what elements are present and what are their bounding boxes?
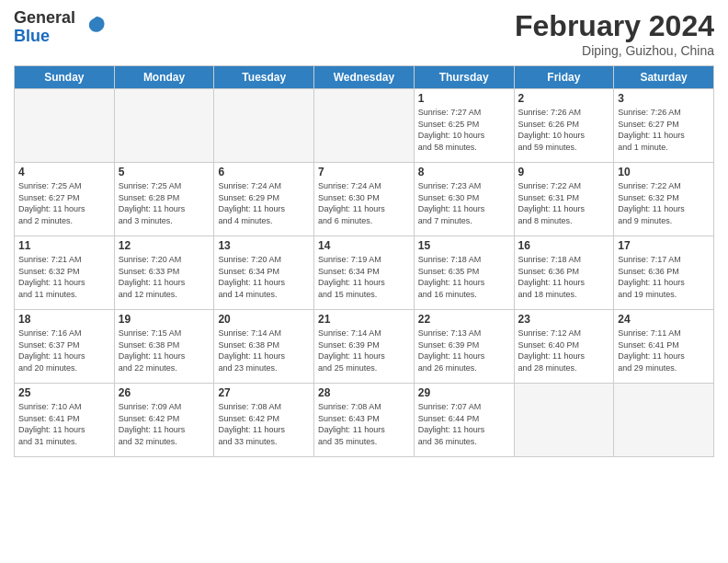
calendar-cell: 28Sunrise: 7:08 AM Sunset: 6:43 PM Dayli… [314, 384, 415, 457]
day-info: Sunrise: 7:14 AM Sunset: 6:38 PM Dayligh… [218, 327, 310, 373]
day-info: Sunrise: 7:10 AM Sunset: 6:41 PM Dayligh… [18, 401, 110, 447]
page: General Blue February 2024 Diping, Guizh… [0, 0, 728, 563]
day-info: Sunrise: 7:15 AM Sunset: 6:38 PM Dayligh… [119, 327, 210, 373]
logo-bird-icon [78, 13, 108, 42]
calendar-cell [214, 89, 314, 163]
calendar-cell: 22Sunrise: 7:13 AM Sunset: 6:39 PM Dayli… [414, 310, 514, 384]
calendar-cell: 25Sunrise: 7:10 AM Sunset: 6:41 PM Dayli… [15, 384, 115, 457]
day-number: 27 [218, 386, 310, 399]
day-number: 6 [218, 166, 310, 178]
col-tuesday: Tuesday [214, 66, 314, 89]
day-number: 24 [618, 313, 710, 326]
calendar-cell [114, 89, 214, 163]
day-info: Sunrise: 7:07 AM Sunset: 6:44 PM Dayligh… [418, 401, 510, 447]
calendar-week-3: 11Sunrise: 7:21 AM Sunset: 6:32 PM Dayli… [15, 236, 714, 310]
day-number: 11 [18, 239, 110, 252]
logo-general: General [14, 8, 75, 27]
day-number: 7 [318, 166, 410, 178]
logo: General Blue [14, 9, 108, 46]
calendar-header-row: Sunday Monday Tuesday Wednesday Thursday… [15, 66, 714, 89]
calendar-week-1: 1Sunrise: 7:27 AM Sunset: 6:25 PM Daylig… [15, 89, 714, 163]
calendar-cell: 4Sunrise: 7:25 AM Sunset: 6:27 PM Daylig… [15, 163, 115, 236]
day-info: Sunrise: 7:09 AM Sunset: 6:42 PM Dayligh… [119, 401, 210, 447]
day-info: Sunrise: 7:26 AM Sunset: 6:27 PM Dayligh… [618, 107, 710, 153]
col-thursday: Thursday [414, 66, 514, 89]
col-monday: Monday [114, 66, 214, 89]
day-info: Sunrise: 7:13 AM Sunset: 6:39 PM Dayligh… [418, 327, 510, 373]
logo-blue: Blue [14, 27, 50, 45]
day-number: 29 [418, 386, 510, 399]
calendar-cell: 29Sunrise: 7:07 AM Sunset: 6:44 PM Dayli… [414, 384, 514, 457]
calendar-cell: 19Sunrise: 7:15 AM Sunset: 6:38 PM Dayli… [114, 310, 214, 384]
calendar-cell: 13Sunrise: 7:20 AM Sunset: 6:34 PM Dayli… [214, 236, 314, 310]
day-number: 8 [418, 166, 510, 178]
day-number: 28 [318, 386, 410, 399]
day-number: 23 [518, 313, 610, 326]
day-info: Sunrise: 7:26 AM Sunset: 6:26 PM Dayligh… [518, 107, 610, 153]
day-info: Sunrise: 7:25 AM Sunset: 6:28 PM Dayligh… [119, 180, 210, 226]
day-info: Sunrise: 7:27 AM Sunset: 6:25 PM Dayligh… [418, 107, 510, 153]
day-number: 19 [119, 313, 210, 326]
calendar-cell [514, 384, 614, 457]
calendar-cell: 10Sunrise: 7:22 AM Sunset: 6:32 PM Dayli… [614, 163, 714, 236]
day-info: Sunrise: 7:17 AM Sunset: 6:36 PM Dayligh… [618, 254, 710, 300]
day-info: Sunrise: 7:24 AM Sunset: 6:29 PM Dayligh… [218, 180, 310, 226]
col-saturday: Saturday [614, 66, 714, 89]
day-number: 17 [618, 239, 710, 252]
day-number: 1 [418, 92, 510, 105]
calendar-week-2: 4Sunrise: 7:25 AM Sunset: 6:27 PM Daylig… [15, 163, 714, 236]
day-number: 3 [618, 92, 710, 105]
day-number: 5 [119, 166, 210, 178]
calendar: Sunday Monday Tuesday Wednesday Thursday… [14, 65, 714, 457]
calendar-cell: 18Sunrise: 7:16 AM Sunset: 6:37 PM Dayli… [15, 310, 115, 384]
day-number: 2 [518, 92, 610, 105]
day-info: Sunrise: 7:18 AM Sunset: 6:35 PM Dayligh… [418, 254, 510, 300]
day-info: Sunrise: 7:08 AM Sunset: 6:42 PM Dayligh… [218, 401, 310, 447]
calendar-cell: 6Sunrise: 7:24 AM Sunset: 6:29 PM Daylig… [214, 163, 314, 236]
calendar-cell [614, 384, 714, 457]
calendar-cell: 27Sunrise: 7:08 AM Sunset: 6:42 PM Dayli… [214, 384, 314, 457]
day-info: Sunrise: 7:11 AM Sunset: 6:41 PM Dayligh… [618, 327, 710, 373]
day-info: Sunrise: 7:23 AM Sunset: 6:30 PM Dayligh… [418, 180, 510, 226]
day-number: 13 [218, 239, 310, 252]
day-number: 20 [218, 313, 310, 326]
day-number: 25 [18, 386, 110, 399]
calendar-cell: 16Sunrise: 7:18 AM Sunset: 6:36 PM Dayli… [514, 236, 614, 310]
calendar-cell: 1Sunrise: 7:27 AM Sunset: 6:25 PM Daylig… [414, 89, 514, 163]
day-number: 15 [418, 239, 510, 252]
calendar-cell: 21Sunrise: 7:14 AM Sunset: 6:39 PM Dayli… [314, 310, 415, 384]
day-info: Sunrise: 7:16 AM Sunset: 6:37 PM Dayligh… [18, 327, 110, 373]
month-year: February 2024 [515, 9, 714, 43]
calendar-cell: 9Sunrise: 7:22 AM Sunset: 6:31 PM Daylig… [514, 163, 614, 236]
calendar-week-4: 18Sunrise: 7:16 AM Sunset: 6:37 PM Dayli… [15, 310, 714, 384]
day-number: 9 [518, 166, 610, 178]
day-info: Sunrise: 7:25 AM Sunset: 6:27 PM Dayligh… [18, 180, 110, 226]
day-info: Sunrise: 7:24 AM Sunset: 6:30 PM Dayligh… [318, 180, 410, 226]
calendar-cell: 12Sunrise: 7:20 AM Sunset: 6:33 PM Dayli… [114, 236, 214, 310]
calendar-cell: 8Sunrise: 7:23 AM Sunset: 6:30 PM Daylig… [414, 163, 514, 236]
day-info: Sunrise: 7:12 AM Sunset: 6:40 PM Dayligh… [518, 327, 610, 373]
day-number: 10 [618, 166, 710, 178]
day-number: 26 [119, 386, 210, 399]
day-info: Sunrise: 7:14 AM Sunset: 6:39 PM Dayligh… [318, 327, 410, 373]
day-number: 14 [318, 239, 410, 252]
day-info: Sunrise: 7:19 AM Sunset: 6:34 PM Dayligh… [318, 254, 410, 300]
day-info: Sunrise: 7:08 AM Sunset: 6:43 PM Dayligh… [318, 401, 410, 447]
day-info: Sunrise: 7:18 AM Sunset: 6:36 PM Dayligh… [518, 254, 610, 300]
calendar-cell: 7Sunrise: 7:24 AM Sunset: 6:30 PM Daylig… [314, 163, 415, 236]
col-sunday: Sunday [15, 66, 115, 89]
calendar-cell: 26Sunrise: 7:09 AM Sunset: 6:42 PM Dayli… [114, 384, 214, 457]
header: General Blue February 2024 Diping, Guizh… [14, 9, 714, 58]
calendar-cell [314, 89, 415, 163]
col-friday: Friday [514, 66, 614, 89]
calendar-cell: 14Sunrise: 7:19 AM Sunset: 6:34 PM Dayli… [314, 236, 415, 310]
day-info: Sunrise: 7:22 AM Sunset: 6:31 PM Dayligh… [518, 180, 610, 226]
calendar-cell: 11Sunrise: 7:21 AM Sunset: 6:32 PM Dayli… [15, 236, 115, 310]
calendar-cell: 24Sunrise: 7:11 AM Sunset: 6:41 PM Dayli… [614, 310, 714, 384]
day-number: 4 [18, 166, 110, 178]
day-info: Sunrise: 7:20 AM Sunset: 6:34 PM Dayligh… [218, 254, 310, 300]
day-number: 21 [318, 313, 410, 326]
col-wednesday: Wednesday [314, 66, 415, 89]
day-info: Sunrise: 7:20 AM Sunset: 6:33 PM Dayligh… [119, 254, 210, 300]
calendar-cell: 23Sunrise: 7:12 AM Sunset: 6:40 PM Dayli… [514, 310, 614, 384]
